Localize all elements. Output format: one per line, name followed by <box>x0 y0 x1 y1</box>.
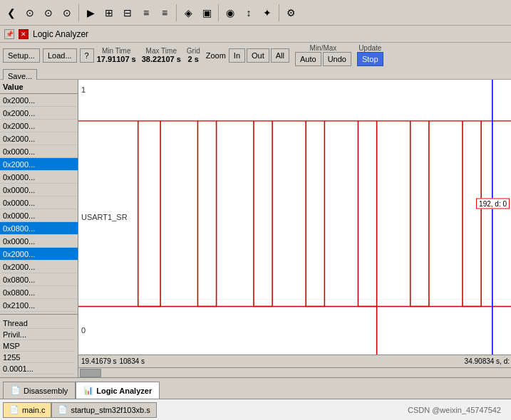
minmax-item: Min/Max Auto Undo <box>295 44 351 66</box>
file-tab-startup_stm32f103xb-s[interactable]: 📄startup_stm32f103xb.s <box>51 402 156 418</box>
toolbar-btn-10[interactable]: ◈ <box>180 3 197 23</box>
value-item[interactable]: 0x0800... <box>0 222 78 235</box>
sep-4 <box>279 4 279 21</box>
setup-button[interactable]: Setup... <box>3 48 40 63</box>
close-button[interactable]: ✕ <box>19 29 29 39</box>
time-mid: 10834 s <box>120 357 145 365</box>
zoom-all-button[interactable]: All <box>271 48 289 63</box>
toolbar-btn-12[interactable]: ◉ <box>222 3 239 23</box>
left-panel: Value 0x2000...0x2000...0x2000...0x2000.… <box>0 80 78 377</box>
main-layout: Setup... Load... ? Min Time 17.91107 s M… <box>0 43 511 420</box>
value-item[interactable]: 0x0000... <box>0 184 78 196</box>
left-panel-bottom: ThreadPrivil...MSP12550.0001... <box>0 314 78 377</box>
bottom-item: MSP <box>3 340 75 352</box>
value-item[interactable]: 0x2000... <box>0 158 78 171</box>
max-time-value: 38.22107 s <box>142 55 181 63</box>
file-tabs-wrapper: 📄main.c📄startup_stm32f103xb.sCSDN @weixi… <box>3 402 508 418</box>
minmax-label: Min/Max <box>310 44 337 52</box>
waveform-area: USART1_SR 1 0 <box>78 80 511 377</box>
toolbar-btn-11[interactable]: ▣ <box>198 3 215 23</box>
value-item[interactable]: 0x2000... <box>0 120 78 132</box>
undo-button[interactable]: Undo <box>323 52 351 66</box>
bottom-tabs: 📄Disassembly📊Logic Analyzer <box>0 377 511 399</box>
min-time-label: Min Time <box>102 47 131 55</box>
scrollbar-thumb[interactable] <box>80 369 101 377</box>
zoom-in-button[interactable]: In <box>229 48 245 63</box>
tab-label: Logic Analyzer <box>96 387 152 395</box>
grid-label: Grid <box>187 47 200 55</box>
toolbar-btn-9[interactable]: ≡ <box>156 3 173 23</box>
horizontal-scrollbar[interactable] <box>78 367 511 377</box>
file-tab-main-c[interactable]: 📄main.c <box>3 402 51 418</box>
la-title-bar: 📌 ✕ Logic Analyzer <box>0 26 511 43</box>
file-icon: 📄 <box>9 405 19 414</box>
value-item[interactable]: 0x2000... <box>0 261 78 273</box>
toolbar-btn-4[interactable]: ⊙ <box>58 3 76 23</box>
max-time-label: Max Time <box>146 47 177 55</box>
help-button[interactable]: ? <box>80 48 94 63</box>
toolbar-btn-8[interactable]: ≡ <box>138 3 155 23</box>
auto-button[interactable]: Auto <box>295 52 321 66</box>
main-toolbar: ❮ ⊙ ⊙ ⊙ ▶ ⊞ ⊟ ≡ ≡ ◈ ▣ ◉ ↕ ✦ ⚙ <box>0 0 511 26</box>
value-item[interactable]: 0x2000... <box>0 94 78 107</box>
tab-icon: 📄 <box>11 386 21 395</box>
time-start: 19.41679 s <box>81 357 117 365</box>
value-list: 0x2000...0x2000...0x2000...0x2000...0x00… <box>0 94 78 314</box>
waveform-number-0: 0 <box>81 326 86 335</box>
grid-item: Grid 2 s <box>187 47 200 63</box>
value-item[interactable]: 0x0000... <box>0 171 78 184</box>
file-tabs: 📄main.c📄startup_stm32f103xb.sCSDN @weixi… <box>0 399 511 420</box>
value-item[interactable]: 0x0000... <box>0 209 78 222</box>
value-item[interactable]: 0x2000... <box>0 248 78 261</box>
value-item[interactable]: 0x2100... <box>0 299 78 312</box>
waveform-number-1: 1 <box>81 85 86 94</box>
value-item[interactable]: 0x0000... <box>0 235 78 248</box>
value-item[interactable]: 0x0800... <box>0 273 78 286</box>
toolbar-btn-3[interactable]: ⊙ <box>40 3 57 23</box>
file-icon: 📄 <box>58 405 68 414</box>
zoom-group: Zoom In Out All <box>206 48 289 63</box>
toolbar-btn-13[interactable]: ↕ <box>240 3 257 23</box>
value-item[interactable]: 0x0800... <box>0 286 78 299</box>
bottom-item: Thread <box>3 317 75 329</box>
stop-button[interactable]: Stop <box>357 52 383 66</box>
content-area: Value 0x2000...0x2000...0x2000...0x2000.… <box>0 80 511 377</box>
sep-2 <box>176 4 177 21</box>
toolbar-btn-14[interactable]: ✦ <box>259 3 276 23</box>
value-item[interactable]: 0x0000... <box>0 145 78 158</box>
update-label: Update <box>358 44 381 52</box>
toolbar-btn-7[interactable]: ⊟ <box>119 3 136 23</box>
sep-1 <box>78 4 79 21</box>
max-time-item: Max Time 38.22107 s <box>142 47 181 63</box>
la-title: Logic Analyzer <box>33 29 507 39</box>
la-toolbar: Setup... Load... ? Min Time 17.91107 s M… <box>0 43 511 80</box>
toolbar-btn-15[interactable]: ⚙ <box>282 3 299 23</box>
toolbar-btn-2[interactable]: ⊙ <box>21 3 38 23</box>
bottom-item: Privil... <box>3 329 75 340</box>
min-time-value: 17.91107 s <box>97 55 136 63</box>
pin-button[interactable]: 📌 <box>4 29 14 39</box>
min-time-item: Min Time 17.91107 s <box>97 47 136 63</box>
cursor-value2: 34.90834 s, d: <box>465 357 510 365</box>
cursor-value: 192, d: 0 <box>479 199 507 207</box>
tab-label: Disassembly <box>24 387 68 395</box>
la-toolbar-row1: Setup... Load... ? Min Time 17.91107 s M… <box>3 44 508 66</box>
tab-logic-analyzer[interactable]: 📊Logic Analyzer <box>76 382 160 399</box>
bottom-item: 1255 <box>3 352 75 363</box>
value-item[interactable]: 0x2000... <box>0 107 78 120</box>
waveform-canvas[interactable]: USART1_SR 1 0 <box>78 80 511 355</box>
value-item[interactable]: 0x2000... <box>0 132 78 145</box>
signal-label: USART1_SR <box>81 213 128 221</box>
toolbar-btn-1[interactable]: ❮ <box>3 3 20 23</box>
sep-3 <box>218 4 219 21</box>
value-item[interactable]: 0x0000... <box>0 196 78 209</box>
cursor-value-box: 192, d: 0 <box>476 198 510 209</box>
tab-disassembly[interactable]: 📄Disassembly <box>3 382 76 399</box>
zoom-out-button[interactable]: Out <box>247 48 269 63</box>
update-item: Update Stop <box>357 44 383 66</box>
toolbar-btn-5[interactable]: ▶ <box>82 3 99 23</box>
toolbar-btn-6[interactable]: ⊞ <box>100 3 118 23</box>
load-button[interactable]: Load... <box>43 48 77 63</box>
watermark: CSDN @weixin_45747542 <box>408 406 501 414</box>
zoom-label: Zoom <box>206 51 226 60</box>
